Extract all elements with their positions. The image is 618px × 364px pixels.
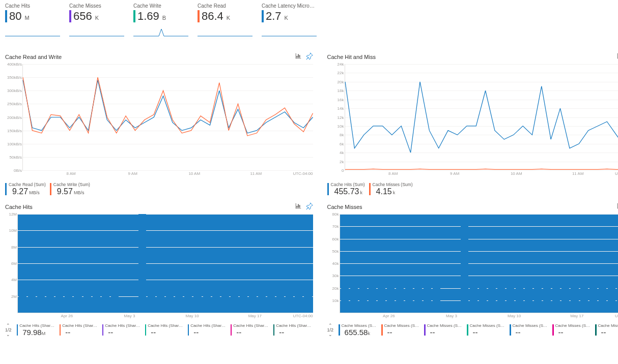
kpi-title: Cache Latency Microsecor [262, 3, 317, 9]
bar [516, 286, 523, 313]
legend-label: Cache Write (Sum) [53, 182, 90, 187]
bar [341, 284, 349, 313]
chevron-down-icon[interactable]: ⌄ [6, 332, 10, 337]
bar [138, 214, 146, 313]
shard-label: Cache Misses (Shard … [470, 323, 507, 328]
bar [552, 286, 560, 313]
y-tick-label: 350kB/s [4, 75, 22, 80]
plot-area[interactable]: 10k20k30k40k50k60k70k80kApr 26May 3May 1… [340, 214, 618, 313]
shard-legend-item[interactable]: Cache Hits (Shard 0)…79.98M [17, 323, 57, 337]
chart-actions [295, 202, 313, 211]
kpi-sparkline [262, 26, 317, 39]
legend-item[interactable]: Cache Write (Sum)9.57MB/s [50, 182, 90, 196]
shard-legend-item[interactable]: Cache Hits (Shard 3)…-- [145, 323, 185, 337]
legend-color-bar [50, 183, 51, 195]
shard-legend-item[interactable]: Cache Hits (Shard 2)…-- [102, 323, 142, 337]
shard-legend-item[interactable]: Cache Misses (Shard …-- [381, 323, 421, 337]
y-tick-label: 50k [321, 249, 339, 253]
pin-icon[interactable] [306, 202, 313, 211]
legend-value: 9.27MB/s [9, 187, 46, 196]
bar [488, 286, 496, 313]
legend-pager: ⌃1/2⌄ [327, 323, 334, 337]
y-tick-label: 60k [321, 236, 339, 241]
chart-title: Cache Misses [327, 204, 362, 210]
kpi-card[interactable]: Cache Read86.4K [198, 3, 252, 39]
shard-value: -- [105, 328, 142, 337]
bar [461, 226, 468, 313]
bars-container [18, 214, 313, 313]
bar [479, 287, 487, 313]
plot-area[interactable]: 0B/s50kB/s100kB/s150kB/s200kB/s250kB/s30… [22, 64, 313, 171]
legend-label: Cache Hits (Sum) [331, 182, 365, 187]
legend-row: Cache Read (Sum)9.27MB/sCache Write (Sum… [5, 182, 313, 196]
kpi-card[interactable]: Cache Write1.69B [133, 3, 188, 39]
kpi-card[interactable]: Cache Misses656K [69, 3, 124, 39]
bar [193, 290, 201, 313]
shard-legend-item[interactable]: Cache Misses (Shard …-- [510, 323, 549, 337]
shard-legend-item[interactable]: Cache Misses (Shard …-- [595, 323, 618, 337]
bar [387, 284, 395, 313]
x-tick-label: 9 AM [128, 171, 137, 176]
x-tick-label: 11 AM [572, 171, 584, 176]
shard-legend-item[interactable]: Cache Misses (Shard …655.58k [339, 323, 378, 337]
bar [534, 286, 542, 313]
y-tick-label: 8k [326, 133, 344, 137]
legend-color-bar [595, 324, 597, 336]
bar [258, 293, 266, 313]
shard-value: -- [470, 328, 507, 337]
plot-area[interactable]: 02k4k6k8k10k12k14k16k18k20k22k24k8 AM9 A… [345, 64, 618, 171]
x-tick-label: 8 AM [388, 171, 398, 176]
bar [571, 286, 578, 313]
bars-container [340, 214, 618, 313]
bar [37, 290, 45, 313]
chart-type-icon[interactable] [295, 52, 302, 61]
y-tick-label: 200kB/s [4, 115, 22, 119]
shard-legend-item[interactable]: Cache Misses (Shard …-- [424, 323, 464, 337]
shard-label: Cache Hits (Shard 0)… [19, 323, 56, 328]
x-tick-label: 10 AM [188, 171, 200, 176]
shard-value: -- [555, 328, 592, 337]
shard-label: Cache Misses (Shard … [384, 323, 421, 328]
kpi-title: Cache Write [133, 3, 188, 9]
legend-item[interactable]: Cache Misses (Sum)4.15k [369, 182, 413, 196]
x-tick-label: 11 AM [250, 171, 262, 176]
pin-icon[interactable] [306, 52, 313, 61]
x-tick-label: May 17 [248, 314, 262, 318]
y-tick-label: 0B/s [4, 168, 22, 173]
bar [184, 291, 192, 313]
legend-color-bar [17, 324, 18, 336]
y-tick-label: 70k [321, 224, 339, 229]
bar [304, 290, 312, 313]
chevron-down-icon[interactable]: ⌄ [328, 332, 332, 337]
chevron-up-icon[interactable]: ⌃ [6, 323, 10, 327]
chart-title: Cache Hits [5, 204, 33, 210]
shard-legend-item[interactable]: Cache Misses (Shard …-- [552, 323, 592, 337]
shard-legend-item[interactable]: Cache Hits (Shard 6)…-- [273, 323, 313, 337]
kpi-card[interactable]: Cache Latency Microsecor2.7K [262, 3, 317, 39]
shard-legend-item[interactable]: Cache Hits (Shard 1)…-- [60, 323, 99, 337]
kpi-sparkline [5, 26, 60, 39]
kpi-accent-bar [262, 10, 264, 22]
chevron-up-icon[interactable]: ⌃ [328, 323, 332, 327]
timezone-label: UTC-04:00 [293, 314, 313, 318]
shard-legend-item[interactable]: Cache Hits (Shard 5)…-- [231, 323, 270, 337]
kpi-value: 86.4 [202, 10, 223, 23]
shard-label: Cache Misses (Shard … [342, 323, 378, 328]
x-tick-label: 10 AM [511, 171, 522, 176]
x-tick-label: May 10 [186, 314, 199, 318]
bar [276, 291, 284, 313]
kpi-card[interactable]: Cache Hits80M [5, 3, 60, 39]
x-tick-label: May 17 [570, 314, 583, 318]
chart-type-icon[interactable] [295, 202, 302, 211]
shard-legend-item[interactable]: Cache Hits (Shard 4)…-- [188, 323, 228, 337]
legend-item[interactable]: Cache Read (Sum)9.27MB/s [5, 182, 46, 196]
bar [148, 290, 155, 313]
kpi-value: 1.69 [137, 10, 159, 23]
bar [65, 290, 72, 313]
shard-legend-item[interactable]: Cache Misses (Shard …-- [467, 323, 507, 337]
bar [295, 290, 302, 313]
plot-area[interactable]: 2M4M6M8M10M12MApr 26May 3May 10May 17UTC… [17, 214, 313, 313]
shard-value: -- [513, 328, 549, 337]
legend-item[interactable]: Cache Hits (Sum)455.73k [327, 182, 365, 196]
legend-color-bar [273, 324, 275, 336]
